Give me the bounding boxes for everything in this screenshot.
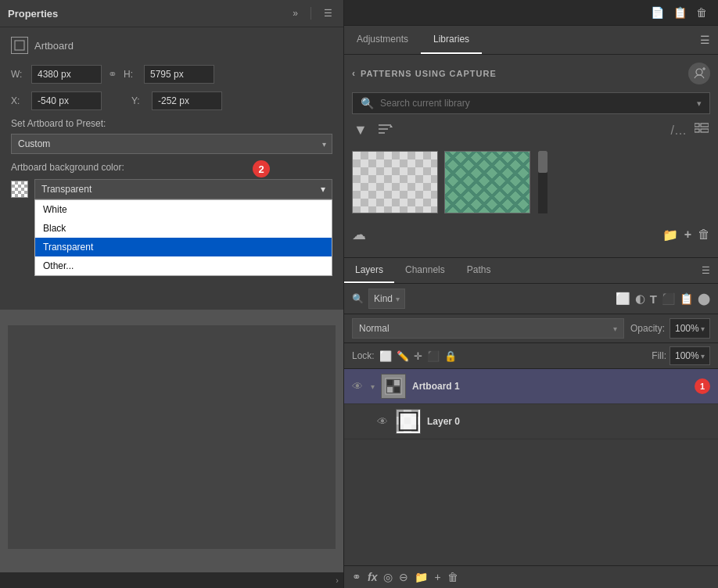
lock-draw-icon[interactable]: ✏️ bbox=[397, 350, 409, 362]
layer-row-layer0[interactable]: 👁 bbox=[344, 404, 718, 439]
opacity-input[interactable]: 100% ▾ bbox=[670, 318, 710, 339]
layers-menu-icon[interactable]: ☰ bbox=[694, 259, 718, 282]
blend-mode-select[interactable]: Normal ▾ bbox=[352, 318, 624, 339]
shape-icon[interactable]: ⬛ bbox=[662, 292, 675, 305]
new-layer-icon[interactable]: + bbox=[434, 571, 440, 583]
layers-list: 👁 ▾ Artboard 1 1 bbox=[344, 369, 718, 565]
x-input[interactable] bbox=[31, 91, 102, 110]
blend-row: Normal ▾ Opacity: 100% ▾ bbox=[344, 314, 718, 343]
search-input[interactable] bbox=[380, 98, 691, 109]
link-icon[interactable]: ⚭ bbox=[108, 68, 117, 81]
blend-chevron-icon: ▾ bbox=[613, 324, 617, 333]
fx-icon[interactable]: fx bbox=[368, 571, 377, 583]
pixel-circle-icon[interactable]: ⬤ bbox=[698, 292, 710, 305]
pixel-icon[interactable]: ⬜ bbox=[616, 292, 630, 306]
lock-move-icon[interactable]: ✛ bbox=[414, 350, 422, 362]
visibility-layer0-icon[interactable]: 👁 bbox=[377, 415, 390, 428]
preset-select[interactable]: Custom bbox=[11, 134, 332, 154]
kind-select[interactable]: Kind ▾ bbox=[368, 289, 405, 309]
search-chevron-icon[interactable]: ▾ bbox=[697, 99, 702, 109]
width-input[interactable] bbox=[31, 65, 102, 84]
library-header: ‹ PATTERNS USING CAPTURE bbox=[352, 63, 710, 84]
canvas-area bbox=[0, 310, 343, 573]
color-swatch[interactable] bbox=[11, 181, 28, 198]
cloud-icon[interactable]: ☁ bbox=[352, 226, 366, 243]
list-view-icon[interactable] bbox=[695, 123, 709, 138]
left-panel: Properties » ☰ Artboard W: bbox=[0, 0, 344, 588]
svg-rect-9 bbox=[701, 124, 709, 127]
thumbnail-2[interactable] bbox=[444, 151, 530, 213]
filter-left: ▼ bbox=[354, 122, 393, 138]
tab-menu-icon[interactable]: ☰ bbox=[692, 26, 718, 54]
add-item-icon[interactable]: + bbox=[684, 228, 691, 242]
artboard-icon bbox=[11, 37, 28, 54]
link-layers-icon[interactable]: ⚭ bbox=[352, 571, 361, 583]
svg-rect-13 bbox=[387, 380, 393, 385]
svg-rect-16 bbox=[394, 387, 400, 393]
layers-icons-row: ⬜ ◐ T ⬛ 📋 ⬤ bbox=[616, 292, 710, 306]
new-file-icon[interactable]: 📋 bbox=[669, 3, 691, 22]
layer0-thumb bbox=[396, 409, 421, 434]
expand-left-arrow[interactable]: › bbox=[336, 575, 339, 585]
back-chevron-icon[interactable]: ‹ bbox=[352, 68, 356, 79]
thumbnail-scrollbar[interactable] bbox=[538, 151, 547, 213]
right-panel: 📄 📋 🗑 Adjustments Libraries ☰ ‹ PA bbox=[344, 0, 718, 588]
layer-row-artboard1[interactable]: 👁 ▾ Artboard 1 1 bbox=[344, 369, 718, 404]
trash-toolbar-icon[interactable]: 🗑 bbox=[691, 3, 712, 22]
adjustment-layer-icon[interactable]: ◎ bbox=[383, 571, 393, 583]
mask-icon[interactable]: ⊖ bbox=[399, 571, 408, 583]
tab-adjustments[interactable]: Adjustments bbox=[344, 26, 421, 54]
w-label: W: bbox=[11, 69, 25, 80]
add-to-library-icon[interactable]: 📁 bbox=[662, 228, 678, 242]
height-input[interactable] bbox=[144, 65, 214, 84]
tab-channels[interactable]: Channels bbox=[394, 258, 456, 283]
artboard-row: Artboard bbox=[11, 37, 332, 54]
svg-rect-10 bbox=[695, 129, 699, 132]
color-value: Transparent bbox=[41, 184, 92, 195]
adjustment-icon[interactable]: ◐ bbox=[635, 292, 645, 306]
lock-artboard-icon[interactable]: ⬛ bbox=[427, 350, 440, 362]
kind-chevron-icon: ▾ bbox=[396, 295, 400, 303]
y-label: Y: bbox=[131, 95, 145, 106]
expand-panel-button[interactable]: » bbox=[289, 6, 301, 20]
filter-icon[interactable]: ▼ bbox=[354, 122, 368, 138]
library-title-row: ‹ PATTERNS USING CAPTURE bbox=[352, 68, 497, 79]
new-doc-icon[interactable]: 📄 bbox=[646, 3, 669, 22]
panel-menu-button[interactable]: ☰ bbox=[321, 6, 336, 20]
lock-full-icon[interactable]: 🔒 bbox=[444, 350, 457, 362]
artboard1-badge: 1 bbox=[695, 378, 710, 394]
opacity-row: Opacity: 100% ▾ bbox=[630, 318, 710, 339]
more-options-icon[interactable]: /… bbox=[671, 124, 687, 138]
sort-icon[interactable] bbox=[377, 123, 393, 138]
option-transparent[interactable]: Transparent bbox=[35, 238, 332, 256]
fill-label: Fill: bbox=[652, 350, 666, 361]
option-other[interactable]: Other... bbox=[35, 256, 332, 275]
lock-pixel-icon[interactable]: ⬜ bbox=[379, 350, 392, 362]
user-add-button[interactable] bbox=[688, 63, 710, 84]
color-dropdown[interactable]: Transparent ▾ bbox=[34, 179, 332, 199]
layers-toolbar: 🔍 Kind ▾ ⬜ ◐ T ⬛ 📋 ⬤ bbox=[344, 284, 718, 314]
option-black[interactable]: Black bbox=[35, 219, 332, 238]
svg-rect-0 bbox=[15, 41, 24, 50]
tab-layers[interactable]: Layers bbox=[344, 258, 394, 283]
thumbnails-area bbox=[352, 146, 530, 218]
y-input[interactable] bbox=[152, 91, 222, 110]
option-white[interactable]: White bbox=[35, 200, 332, 219]
new-group-icon[interactable]: 📁 bbox=[415, 571, 428, 583]
x-label: X: bbox=[11, 95, 25, 106]
layers-tabs: Layers Channels Paths ☰ bbox=[344, 258, 718, 284]
svg-rect-14 bbox=[394, 380, 400, 385]
tab-libraries[interactable]: Libraries bbox=[421, 26, 482, 54]
visibility-artboard1-icon[interactable]: 👁 bbox=[352, 380, 364, 393]
delete-layer-icon[interactable]: 🗑 bbox=[447, 571, 458, 583]
delete-item-icon[interactable]: 🗑 bbox=[698, 228, 710, 242]
layers-panel: Layers Channels Paths ☰ 🔍 Kind ▾ bbox=[344, 257, 718, 588]
thumbnail-1[interactable] bbox=[352, 151, 438, 213]
tab-paths[interactable]: Paths bbox=[456, 258, 502, 283]
expand-artboard1-icon[interactable]: ▾ bbox=[371, 382, 375, 391]
smart-object-icon[interactable]: 📋 bbox=[680, 292, 693, 305]
svg-rect-15 bbox=[387, 387, 393, 393]
text-icon[interactable]: T bbox=[650, 292, 657, 306]
fill-input[interactable]: 100% ▾ bbox=[670, 346, 710, 365]
right-bottom-toolbar: ⚭ fx ◎ ⊖ 📁 + 🗑 bbox=[344, 565, 718, 588]
